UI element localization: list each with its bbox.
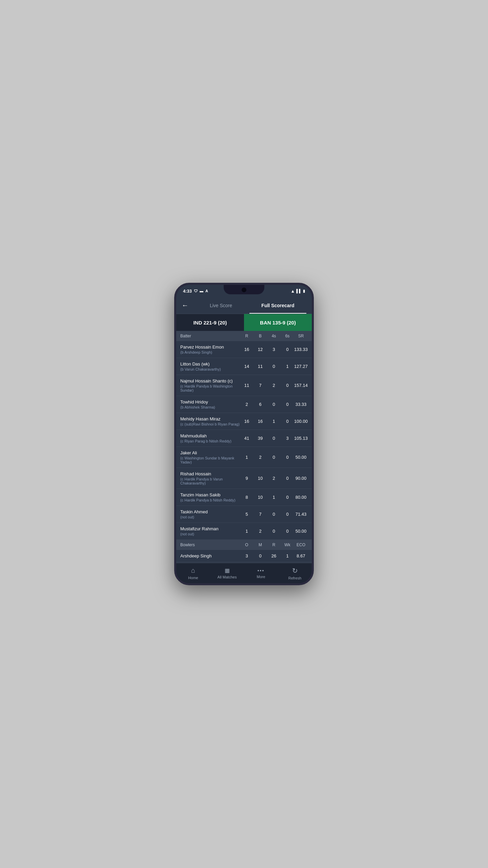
- tab-full-scorecard[interactable]: Full Scorecard: [249, 297, 306, 314]
- bowler-row: Arshdeep Singh 3 0 26 1 8.67: [176, 550, 312, 562]
- batter-row: Parvez Hossain Emon (b Arshdeep Singh) 1…: [176, 341, 312, 358]
- col-r: R: [240, 334, 253, 338]
- nav-refresh-label: Refresh: [288, 576, 302, 580]
- nav-home-label: Home: [188, 576, 198, 580]
- col-wk: Wk: [281, 542, 294, 547]
- all-matches-icon: ▦: [225, 567, 230, 574]
- sim-icon: ▬: [200, 289, 203, 293]
- col-m: M: [253, 542, 267, 547]
- header-tabs: Live Score Full Scorecard: [192, 297, 306, 314]
- nav-all-matches[interactable]: ▦ All Matches: [210, 567, 244, 579]
- home-icon: ⌂: [191, 567, 195, 574]
- batter-row: Jaker Ali (c Washington Sundar b Mayank …: [176, 447, 312, 468]
- nav-all-matches-label: All Matches: [218, 575, 237, 579]
- signal-icon: ▌▌: [296, 289, 302, 293]
- shield-icon: 🛡: [194, 289, 198, 293]
- batter-row: Towhid Hridoy (b Abhishek Sharma) 2 6 0 …: [176, 396, 312, 413]
- font-icon: A: [205, 289, 208, 293]
- team-tab-ind[interactable]: IND 221-9 (20): [176, 314, 244, 331]
- col-o: O: [240, 542, 253, 547]
- batter-row: Najmul Hossain Shanto (c) (c Hardik Pand…: [176, 375, 312, 396]
- battery-icon: ▮: [303, 289, 305, 293]
- col-bowlers: Bowlers: [180, 542, 240, 547]
- col-b: B: [253, 334, 267, 338]
- batter-row: Taskin Ahmed (not out) 5 7 0 0 71.43: [176, 506, 312, 523]
- bowlers-table-header: Bowlers O M R Wk ECO: [176, 540, 312, 550]
- batter-row: Mehidy Hasan Miraz (c (sub)Ravi Bishnoi …: [176, 413, 312, 430]
- more-icon: •••: [258, 568, 265, 573]
- nav-more[interactable]: ••• More: [244, 568, 278, 579]
- back-button[interactable]: ←: [182, 301, 188, 309]
- time: 4:33: [183, 289, 192, 294]
- tab-live-score[interactable]: Live Score: [192, 297, 249, 314]
- header: ← Live Score Full Scorecard: [176, 297, 312, 314]
- batters-table-header: Batter R B 4s 6s SR: [176, 331, 312, 341]
- col-6s: 6s: [281, 334, 294, 338]
- wifi-icon: ▲: [291, 289, 295, 294]
- nav-refresh[interactable]: ↻ Refresh: [278, 567, 312, 580]
- batter-row: Mustafizur Rahman (not out) 1 2 0 0 50.0…: [176, 523, 312, 540]
- main-content: IND 221-9 (20) BAN 135-9 (20) Batter R B…: [176, 314, 312, 567]
- batter-row: Litton Das (wk) (b Varun Chakaravarthy) …: [176, 358, 312, 375]
- batter-row: Tanzim Hasan Sakib (c Hardik Pandya b Ni…: [176, 489, 312, 506]
- team-tab-ban[interactable]: BAN 135-9 (20): [244, 314, 312, 331]
- bottom-nav: ⌂ Home ▦ All Matches ••• More ↻ Refresh: [176, 563, 312, 583]
- status-bar-right: ▲ ▌▌ ▮: [291, 289, 305, 294]
- nav-more-label: More: [257, 575, 265, 579]
- batter-row: Rishad Hossain (c Hardik Pandya b Varun …: [176, 468, 312, 489]
- col-sr: SR: [294, 334, 308, 338]
- col-eco: ECO: [294, 542, 308, 547]
- batter-row: Mahmudullah (c Riyan Parag b Nitish Redd…: [176, 430, 312, 447]
- status-bar-left: 4:33 🛡 ▬ A: [183, 289, 208, 294]
- nav-home[interactable]: ⌂ Home: [176, 567, 210, 580]
- col-r: R: [267, 542, 281, 547]
- refresh-icon: ↻: [292, 567, 298, 575]
- col-4s: 4s: [267, 334, 281, 338]
- col-batter: Batter: [180, 334, 240, 338]
- team-tabs: IND 221-9 (20) BAN 135-9 (20): [176, 314, 312, 331]
